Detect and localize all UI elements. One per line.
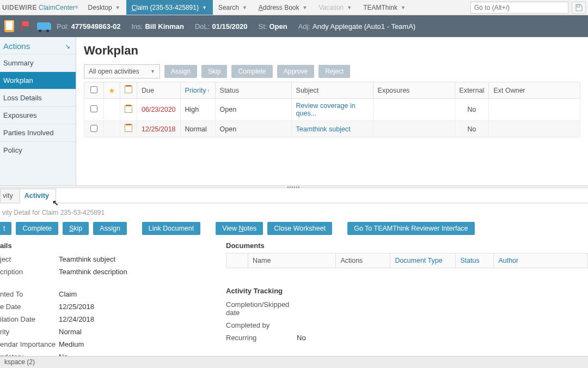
cell-priority: High <box>180 99 215 121</box>
label-escdate: ilation Date <box>0 315 59 323</box>
menu-search[interactable]: Search▼ <box>213 0 253 15</box>
col-external[interactable]: External <box>455 82 489 99</box>
col-priority[interactable]: Priority↑ <box>180 82 215 99</box>
complete-button[interactable]: Complete <box>231 65 272 78</box>
col-flag[interactable]: ★ <box>104 82 120 99</box>
doccol-actions[interactable]: Actions <box>336 254 390 268</box>
label-compby: Completed by <box>226 321 297 329</box>
menu-desktop-label: Desktop <box>88 4 112 11</box>
close-worksheet-button[interactable]: Close Worksheet <box>267 222 332 235</box>
col-status[interactable]: Status <box>215 82 291 99</box>
activities-table: ★ Due Priority↑ Status Subject Exposures… <box>84 82 580 137</box>
kv-calimp: endar ImportanceMedium <box>0 338 211 351</box>
actions-header[interactable]: Actions ↘ <box>0 37 76 54</box>
menu-teamthink-label: TEAMThink <box>363 4 397 11</box>
save-icon[interactable] <box>572 2 586 14</box>
brand-part2: ClaimCenter <box>39 4 75 11</box>
kv-escdate: ilation Date12/24/2018 <box>0 313 211 325</box>
menu-vacation-label: Vacation <box>318 4 344 11</box>
kv-description: criptionTeamthink description <box>0 266 211 278</box>
detail-columns: ails jectTeamthink subject criptionTeamt… <box>0 240 588 363</box>
link-document-button[interactable]: Link Document <box>142 222 200 235</box>
detail-action-row: t Complete Skip Assign Link Document Vie… <box>0 220 588 240</box>
menu-addressbook-label: Address Book <box>259 4 299 11</box>
chevron-down-icon: ▼ <box>202 5 207 10</box>
detail-tabs: vity Activity ↖ <box>0 188 588 203</box>
activity-tracking-section: Activity Tracking Completion/Skipped dat… <box>226 287 588 344</box>
sidebar-item-workplan[interactable]: Workplan <box>0 71 76 89</box>
kv-recurring: RecurringNo <box>226 331 588 344</box>
chevron-down-icon: ▼ <box>303 5 308 10</box>
tab-activity[interactable]: Activity ↖ <box>20 189 56 203</box>
col-due[interactable]: Due <box>137 82 181 99</box>
sidebar-item-lossdetails[interactable]: Loss Details <box>0 89 76 106</box>
row-checkbox[interactable] <box>90 105 97 112</box>
ins-value: Bill Kinman <box>145 22 184 31</box>
kv-duedate: e Date12/25/2018 <box>0 300 211 313</box>
select-all-checkbox[interactable] <box>90 86 97 93</box>
col-calendar[interactable] <box>120 82 137 99</box>
doccol-status[interactable]: Status <box>456 254 494 268</box>
approve-button[interactable]: Approve <box>277 65 315 78</box>
menu-teamthink[interactable]: TEAMThink▼ <box>358 0 412 15</box>
doccol-author[interactable]: Author <box>494 254 588 268</box>
cell-subject[interactable]: Teamthink subject <box>291 121 373 137</box>
view-notes-button[interactable]: View Notes <box>216 222 263 235</box>
col-extowner[interactable]: Ext Owner <box>489 82 580 99</box>
tab-activity-partial[interactable]: vity <box>0 189 20 203</box>
tab-activity-label: Activity <box>24 192 49 200</box>
page-title: Workplan <box>84 44 580 58</box>
workspace-bar[interactable]: kspace (2) <box>0 356 588 368</box>
flag-icon[interactable] <box>21 21 29 31</box>
chevron-down-icon: ▼ <box>401 5 406 10</box>
cell-status: Open <box>215 99 291 121</box>
doccol-doctype[interactable]: Document Type <box>390 254 456 268</box>
sidebar-item-summary[interactable]: Summary <box>0 54 76 71</box>
table-row[interactable]: 06/23/2020 High Open Review coverage in … <box>84 99 580 121</box>
table-header-row: ★ Due Priority↑ Status Subject Exposures… <box>84 82 580 99</box>
goto-input[interactable] <box>470 2 568 14</box>
sidebar: Actions ↘ Summary Workplan Loss Details … <box>0 37 76 185</box>
documents-empty-row <box>226 268 588 278</box>
actions-arrow-icon: ↘ <box>65 43 70 50</box>
assign-button[interactable]: Assign <box>93 222 127 235</box>
clipboard-icon[interactable] <box>4 20 14 32</box>
value-calimp: Medium <box>59 340 84 348</box>
col-exposures[interactable]: Exposures <box>373 82 455 99</box>
menu-addressbook[interactable]: Address Book ▼ <box>253 0 314 15</box>
assign-button[interactable]: Assign <box>164 65 197 78</box>
adj-value: Andy Applegate (Auto1 - TeamA) <box>313 22 415 31</box>
cell-status: Open <box>215 121 291 137</box>
skip-button[interactable]: Skip <box>63 222 89 235</box>
table-row[interactable]: 12/25/2018 Normal Open Teamthink subject… <box>84 121 580 137</box>
row-checkbox[interactable] <box>90 125 97 132</box>
st-value: Open <box>269 22 287 31</box>
skip-button[interactable]: Skip <box>201 65 227 78</box>
cell-exposures <box>373 99 455 121</box>
menu-desktop[interactable]: Desktop▼ <box>83 0 126 15</box>
sidebar-item-exposures[interactable]: Exposures <box>0 106 76 124</box>
cell-subject[interactable]: Review coverage in ques... <box>291 99 373 121</box>
st-label: St: <box>259 22 267 31</box>
menu-vacation[interactable]: Vacation▼ <box>313 0 358 15</box>
reject-button[interactable]: Reject <box>318 65 350 78</box>
sidebar-item-policy[interactable]: Policy <box>0 141 76 159</box>
filter-dropdown[interactable]: All open activities ▼ <box>84 64 160 79</box>
chevron-down-icon: ▼ <box>347 5 352 10</box>
dol-value: 01/15/2020 <box>212 22 247 31</box>
calendar-icon[interactable] <box>125 105 132 113</box>
goto-teamthink-button[interactable]: Go To TEAMThink Reviewer Interface <box>347 222 474 235</box>
complete-button[interactable]: Complete <box>16 222 58 235</box>
calendar-icon[interactable] <box>125 124 132 132</box>
edit-button-partial[interactable]: t <box>0 222 11 235</box>
doccol-name[interactable]: Name <box>248 254 336 268</box>
sidebar-item-parties[interactable]: Parties Involved <box>0 124 76 141</box>
documents-table: Name Actions Document Type Status Author <box>226 253 588 278</box>
menu-claim[interactable]: Claim (235-53-425891) ▼ <box>126 0 213 15</box>
pol-label: Pol: <box>57 22 69 31</box>
col-subject[interactable]: Subject <box>291 82 373 99</box>
content-area: Workplan All open activities ▼ Assign Sk… <box>76 37 588 185</box>
splitter-handle[interactable] <box>0 185 588 188</box>
label-recurring: Recurring <box>226 334 297 342</box>
value-relatedto: Claim <box>59 290 77 298</box>
